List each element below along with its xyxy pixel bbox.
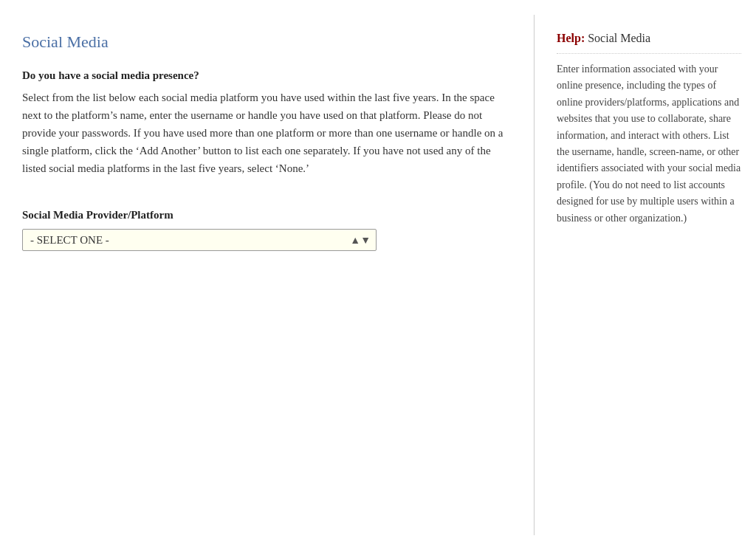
help-body-text: Enter information associated with your o…: [557, 61, 741, 227]
help-panel: Help: Social Media Enter information ass…: [542, 15, 756, 535]
help-title: Help: Social Media: [557, 30, 741, 54]
provider-select-wrapper: - SELECT ONE -FacebookTwitterInstagramLi…: [22, 229, 377, 251]
main-content: Social Media Do you have a social media …: [0, 15, 526, 535]
help-keyword: Help:: [557, 32, 585, 44]
description-text: Select from the list below each social m…: [22, 89, 504, 177]
form-section: Social Media Provider/Platform - SELECT …: [22, 207, 504, 252]
divider-vertical: [534, 15, 535, 535]
provider-field-label: Social Media Provider/Platform: [22, 207, 504, 224]
help-title-text: Social Media: [585, 32, 650, 44]
page-title: Social Media: [22, 30, 504, 54]
question-label: Do you have a social media presence?: [22, 67, 504, 84]
provider-select[interactable]: - SELECT ONE -FacebookTwitterInstagramLi…: [22, 229, 377, 251]
